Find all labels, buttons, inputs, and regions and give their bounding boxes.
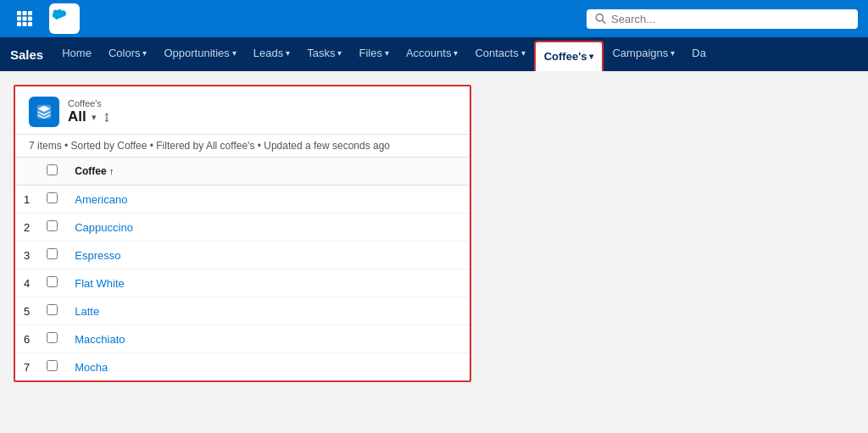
filter-info: 7 items • Sorted by Coffee • Filtered by… [15,135,470,158]
chevron-down-icon: ▾ [142,48,147,58]
chevron-down-icon: ▾ [385,48,389,58]
svg-rect-6 [17,22,21,26]
panel-subtitle: Coffee's [68,98,112,108]
table-row: 2 Cappuccino [15,214,470,241]
panel-title-dropdown[interactable]: ▾ [92,112,97,123]
chevron-down-icon: ▾ [232,48,236,58]
row-checkbox-cell[interactable] [38,241,66,269]
row-checkbox[interactable] [47,248,58,259]
chevron-down-icon: ▾ [453,48,458,58]
nav-item-coffees[interactable]: Coffee's ▾ [534,41,604,71]
coffee-name-link[interactable]: Cappuccino [75,221,133,234]
coffee-name-cell: Espresso [66,241,470,269]
row-checkbox-cell[interactable] [38,297,66,325]
panel-header: Coffee's All ▾ ⤢ [15,86,470,135]
row-checkbox[interactable] [47,276,58,287]
nav-item-campaigns[interactable]: Campaigns ▾ [604,37,683,71]
select-all-checkbox[interactable] [47,164,58,175]
chevron-down-icon: ▾ [286,48,290,58]
coffee-name-link[interactable]: Macchiato [75,333,125,346]
coffee-name-cell: Mocha [66,353,470,381]
select-all-header[interactable] [38,158,66,186]
top-header [0,0,868,37]
coffee-name-link[interactable]: Flat White [75,277,125,290]
coffee-name-link[interactable]: Mocha [75,361,108,374]
panel-title: All [68,108,86,125]
chevron-down-icon: ▾ [589,52,593,61]
search-input[interactable] [611,13,849,25]
svg-rect-7 [23,22,27,26]
row-number: 5 [15,297,38,325]
coffee-column-header[interactable]: Coffee ↑ [66,158,470,186]
app-name-label: Sales [7,37,53,71]
nav-item-files[interactable]: Files ▾ [350,37,397,71]
row-checkbox[interactable] [47,360,58,371]
svg-rect-3 [17,17,21,21]
nav-item-colors[interactable]: Colors ▾ [100,37,156,71]
nav-bar: Sales Home Colors ▾ Opportunities ▾ Lead… [0,37,868,71]
coffee-name-link[interactable]: Latte [75,305,99,318]
panel-icon [29,97,59,127]
row-number: 1 [15,186,38,214]
table-row: 3 Espresso [15,241,470,269]
svg-rect-5 [28,17,32,21]
row-checkbox[interactable] [47,332,58,343]
chevron-down-icon: ▾ [337,48,342,58]
row-number: 3 [15,241,38,269]
svg-rect-2 [28,11,32,15]
search-bar[interactable] [587,9,858,29]
row-checkbox-cell[interactable] [38,269,66,297]
row-checkbox-cell[interactable] [38,186,66,214]
nav-item-accounts[interactable]: Accounts ▾ [398,37,466,71]
coffee-name-link[interactable]: Espresso [75,249,120,262]
svg-rect-0 [17,11,21,15]
chevron-down-icon: ▾ [670,48,675,58]
row-checkbox[interactable] [47,304,58,315]
panel-pin-button[interactable]: ⤢ [98,108,115,125]
sort-arrow-icon: ↑ [109,166,114,176]
nav-item-da[interactable]: Da [683,37,715,71]
svg-point-9 [596,14,603,21]
chevron-down-icon: ▾ [521,48,526,58]
row-checkbox[interactable] [47,220,58,231]
svg-line-10 [603,20,606,24]
content-panel: Coffee's All ▾ ⤢ 7 items • Sorted by Cof… [14,85,471,382]
svg-rect-4 [23,17,27,21]
coffee-name-cell: Macchiato [66,325,470,353]
row-checkbox-cell[interactable] [38,325,66,353]
salesforce-logo[interactable] [49,3,80,34]
table-row: 1 Americano [15,186,470,214]
svg-rect-1 [23,11,27,15]
coffee-name-link[interactable]: Americano [75,193,127,206]
panel-title-row: All ▾ ⤢ [68,108,112,125]
coffee-name-cell: Cappuccino [66,214,470,241]
row-number: 6 [15,325,38,353]
table-row: 4 Flat White [15,269,470,297]
panel-title-area: Coffee's All ▾ ⤢ [68,98,112,125]
row-number: 7 [15,353,38,381]
coffee-name-cell: Americano [66,186,470,214]
row-number: 4 [15,269,38,297]
coffee-name-cell: Latte [66,297,470,325]
table-row: 7 Mocha [15,353,470,381]
svg-rect-8 [28,22,32,26]
nav-item-opportunities[interactable]: Opportunities ▾ [155,37,244,71]
table-row: 6 Macchiato [15,325,470,353]
coffee-name-cell: Flat White [66,269,470,297]
row-checkbox[interactable] [47,192,58,203]
row-number: 2 [15,214,38,241]
nav-item-home[interactable]: Home [53,37,100,71]
row-num-header [15,158,38,186]
main-content: Coffee's All ▾ ⤢ 7 items • Sorted by Cof… [0,85,868,433]
coffee-column-label: Coffee [75,165,106,177]
table-row: 5 Latte [15,297,470,325]
row-checkbox-cell[interactable] [38,214,66,241]
search-icon [595,13,606,25]
data-table: Coffee ↑ 1 Americano 2 Cappuccino [15,158,470,380]
grid-icon[interactable] [10,11,39,26]
nav-item-contacts[interactable]: Contacts ▾ [466,37,533,71]
row-checkbox-cell[interactable] [38,353,66,381]
nav-item-tasks[interactable]: Tasks ▾ [298,37,350,71]
nav-item-leads[interactable]: Leads ▾ [245,37,298,71]
